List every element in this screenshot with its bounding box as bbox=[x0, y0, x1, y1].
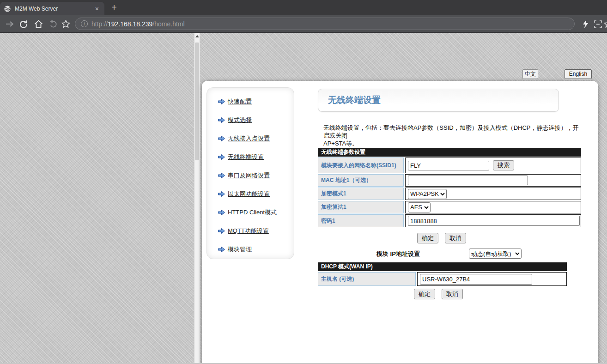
table-row: 加密模式1 WPA2PSK bbox=[318, 188, 581, 200]
url-text: http://192.168.18.239/home.html bbox=[91, 20, 185, 28]
divider bbox=[318, 142, 581, 142]
sidebar-item-label[interactable]: 模块管理 bbox=[228, 245, 252, 254]
hostname-input[interactable] bbox=[420, 274, 532, 285]
page-title: 无线终端设置 bbox=[318, 94, 381, 106]
sidebar-item-ethernet[interactable]: 以太网功能设置 bbox=[207, 185, 294, 203]
encryption-mode-select[interactable]: WPA2PSK bbox=[408, 189, 447, 199]
password-cell bbox=[405, 214, 581, 227]
table-row: 加密算法1 AES bbox=[318, 201, 581, 213]
sidebar-item-label[interactable]: MQTT功能设置 bbox=[228, 227, 269, 235]
mac-input[interactable] bbox=[408, 176, 528, 185]
table-row: 模块要接入的网络名称(SSID1) 搜索 bbox=[318, 158, 581, 173]
dhcp-table-header: DHCP 模式(WAN IP) bbox=[318, 262, 567, 271]
page-title-box: 无线终端设置 bbox=[318, 89, 559, 112]
search-button[interactable]: 搜索 bbox=[493, 160, 514, 170]
page-viewport: 中文 English 快速配置 模式选择 无线接入点设置 bbox=[0, 33, 607, 363]
encryption-algorithm-label: 加密算法1 bbox=[318, 201, 404, 213]
table-row: MAC 地址1（可选） bbox=[318, 174, 581, 187]
password-label: 密码1 bbox=[318, 214, 404, 227]
mac-cell bbox=[405, 174, 581, 187]
scroll-up-arrow-icon[interactable] bbox=[194, 35, 200, 40]
arrow-icon bbox=[218, 228, 225, 234]
browser-window: M2M Web Server × + i http://192.168.18.2… bbox=[0, 0, 607, 364]
frame-scrollbar[interactable] bbox=[194, 33, 200, 363]
tab-close-icon[interactable]: × bbox=[93, 5, 101, 12]
refresh-icon[interactable] bbox=[18, 19, 29, 29]
sidebar-menu: 快速配置 模式选择 无线接入点设置 无线终端设置 串口及网络设置 bbox=[206, 87, 294, 259]
dhcp-actions: 确定 取消 bbox=[414, 289, 463, 299]
sidebar-item-label[interactable]: 无线接入点设置 bbox=[228, 134, 270, 143]
url-host: 192.168.18.239 bbox=[108, 20, 152, 28]
arrow-icon bbox=[218, 191, 225, 197]
ssid-input[interactable] bbox=[408, 161, 489, 170]
sidebar-item-mode-select[interactable]: 模式选择 bbox=[207, 111, 294, 129]
sta-table-header: 无线终端参数设置 bbox=[318, 148, 581, 157]
sidebar-item-label[interactable]: 无线终端设置 bbox=[228, 153, 264, 161]
address-bar[interactable]: i http://192.168.18.239/home.html bbox=[75, 18, 575, 30]
arrow-icon bbox=[218, 117, 225, 123]
sidebar-item-mqtt[interactable]: MQTT功能设置 bbox=[207, 222, 294, 240]
lang-english-button[interactable]: English bbox=[565, 69, 592, 79]
url-scheme: http:// bbox=[91, 20, 108, 28]
sidebar-item-label[interactable]: 快速配置 bbox=[228, 97, 252, 106]
encryption-algorithm-cell: AES bbox=[405, 201, 581, 213]
sidebar-item-label[interactable]: 以太网功能设置 bbox=[228, 190, 270, 198]
arrow-icon bbox=[218, 98, 225, 105]
arrow-icon bbox=[218, 209, 225, 216]
sta-actions: 确定 取消 bbox=[417, 233, 466, 243]
url-path: /home.html bbox=[152, 20, 184, 28]
hostname-cell bbox=[417, 272, 567, 286]
ip-setting-row: 模块 IP地址设置 动态(自动获取) bbox=[318, 249, 567, 260]
sidebar-item-module-management[interactable]: 模块管理 bbox=[207, 240, 294, 259]
tab-title: M2M Web Server bbox=[15, 6, 93, 12]
scrollbar-thumb[interactable] bbox=[195, 42, 199, 160]
bookmark-star-icon[interactable] bbox=[61, 19, 71, 29]
cancel-button[interactable]: 取消 bbox=[445, 233, 466, 243]
mac-label: MAC 地址1（可选） bbox=[318, 174, 404, 187]
new-tab-button[interactable]: + bbox=[108, 2, 120, 14]
table-row: 主机名 (可选) bbox=[318, 272, 567, 286]
encryption-mode-cell: WPA2PSK bbox=[405, 188, 581, 200]
ok-button[interactable]: 确定 bbox=[414, 289, 435, 299]
password-input[interactable] bbox=[408, 216, 580, 226]
ok-button[interactable]: 确定 bbox=[417, 233, 438, 243]
browser-tab[interactable]: M2M Web Server × bbox=[0, 2, 104, 15]
page-description: 无线终端设置，包括：要去连接的AP参数（SSID，加密）及接入模式（DHCP，静… bbox=[323, 124, 581, 147]
ip-setting-label: 模块 IP地址设置 bbox=[376, 250, 420, 258]
sidebar-item-wireless-ap[interactable]: 无线接入点设置 bbox=[207, 129, 294, 148]
ip-setting-select[interactable]: 动态(自动获取) bbox=[469, 249, 522, 259]
sidebar-item-httpd-client[interactable]: HTTPD Client模式 bbox=[207, 203, 294, 222]
sta-params-table: 无线终端参数设置 模块要接入的网络名称(SSID1) 搜索 MAC 地址1（可选… bbox=[318, 148, 581, 227]
table-row: 密码1 bbox=[318, 214, 581, 227]
fullscreen-icon[interactable] bbox=[593, 19, 603, 29]
home-icon[interactable] bbox=[33, 19, 43, 29]
arrow-icon bbox=[218, 246, 225, 253]
lang-chinese-button[interactable]: 中文 bbox=[522, 69, 538, 79]
sidebar-item-label[interactable]: 模式选择 bbox=[228, 116, 252, 124]
sidebar-item-label[interactable]: 串口及网络设置 bbox=[228, 171, 270, 180]
ssid-label: 模块要接入的网络名称(SSID1) bbox=[318, 158, 404, 173]
arrow-icon bbox=[218, 135, 225, 142]
ssid-cell: 搜索 bbox=[405, 158, 581, 173]
undo-icon[interactable] bbox=[48, 19, 58, 29]
hostname-label: 主机名 (可选) bbox=[318, 272, 416, 286]
lightning-icon[interactable] bbox=[580, 19, 590, 29]
sidebar-item-label[interactable]: HTTPD Client模式 bbox=[228, 208, 277, 217]
forward-icon[interactable] bbox=[5, 19, 15, 29]
arrow-icon bbox=[218, 172, 225, 179]
content-card: 快速配置 模式选择 无线接入点设置 无线终端设置 串口及网络设置 bbox=[202, 81, 598, 363]
sidebar-item-quick-config[interactable]: 快速配置 bbox=[207, 92, 294, 111]
sidebar-item-wireless-sta[interactable]: 无线终端设置 bbox=[207, 148, 294, 166]
site-favicon-icon bbox=[4, 5, 11, 12]
arrow-icon bbox=[218, 154, 225, 160]
dhcp-table: DHCP 模式(WAN IP) 主机名 (可选) bbox=[318, 262, 567, 286]
sidebar-item-serial-network[interactable]: 串口及网络设置 bbox=[207, 166, 294, 185]
encryption-algorithm-select[interactable]: AES bbox=[408, 202, 431, 212]
star-edge-icon[interactable] bbox=[603, 19, 607, 29]
tab-strip: M2M Web Server × + bbox=[0, 0, 607, 15]
encryption-mode-label: 加密模式1 bbox=[318, 188, 404, 200]
cancel-button[interactable]: 取消 bbox=[442, 289, 463, 299]
browser-toolbar: i http://192.168.18.239/home.html bbox=[0, 15, 607, 33]
page-info-icon[interactable]: i bbox=[81, 20, 88, 27]
